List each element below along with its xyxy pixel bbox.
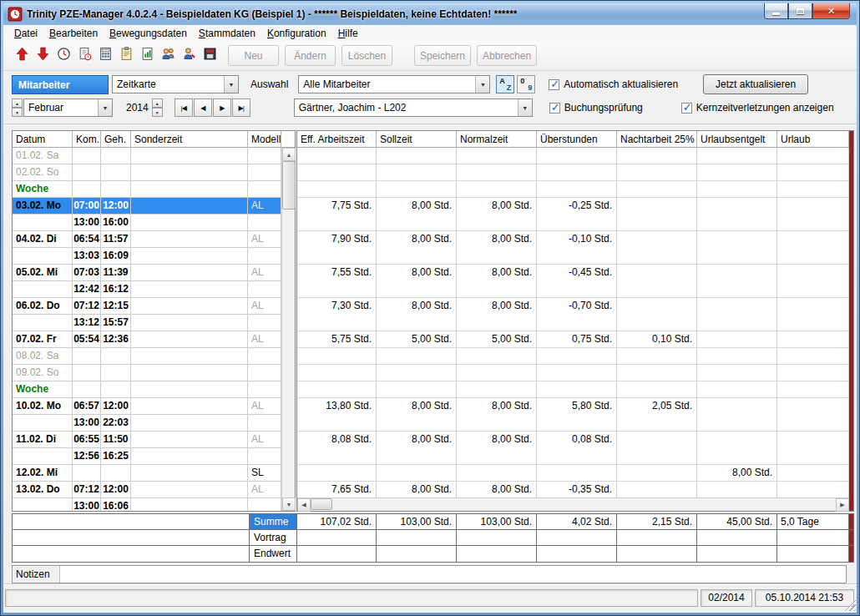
spin-down-icon[interactable]: ▼ [12, 108, 23, 117]
chevron-down-icon[interactable]: ▼ [475, 76, 489, 93]
save-database-button[interactable] [200, 46, 220, 66]
close-button[interactable]: ✕ [812, 3, 850, 19]
move-down-button[interactable] [33, 46, 53, 66]
notes-input[interactable] [59, 566, 846, 583]
spin-up-icon[interactable]: ▲ [152, 98, 163, 108]
table-row-group[interactable] [297, 381, 849, 398]
cell-eff-arbeitszeit [297, 181, 377, 197]
nav-next-button[interactable]: ▶ [213, 98, 231, 117]
menu-item-konfiguration[interactable]: Konfiguration [261, 26, 332, 41]
table-row[interactable]: 04.02. Di06:5411:57AL [13, 231, 281, 248]
table-row-group[interactable]: 7,75 Std.8,00 Std.8,00 Std.-0,25 Std. [297, 198, 849, 231]
cell-datum: 02.02. So [13, 164, 73, 180]
move-up-button[interactable] [12, 46, 32, 66]
table-row-group[interactable]: 5,75 Std.5,00 Std.5,00 Std.0,75 Std.0,10… [297, 331, 849, 348]
table-row-group[interactable]: 7,30 Std.8,00 Std.8,00 Std.-0,70 Std. [297, 298, 849, 331]
scrollbar-thumb[interactable] [282, 161, 296, 210]
timecard-button[interactable] [74, 46, 94, 66]
table-row-group[interactable] [297, 148, 849, 164]
entity-header[interactable]: Mitarbeiter [12, 75, 109, 94]
table-row[interactable]: 13:0022:03 [13, 415, 281, 432]
table-row-group[interactable] [297, 164, 849, 181]
clock-button[interactable] [53, 46, 73, 66]
table-row[interactable]: Woche [13, 181, 281, 198]
auto-refresh-checkbox[interactable]: Automatisch aktualisieren [549, 78, 678, 90]
scrollbar-thumb[interactable] [311, 498, 332, 510]
neu-button[interactable]: Neu [228, 45, 279, 66]
table-row-group[interactable] [297, 365, 849, 381]
report-button[interactable] [137, 46, 157, 66]
table-row-group[interactable]: 8,08 Std.8,00 Std.8,00 Std.0,08 Std. [297, 432, 849, 465]
scroll-down-icon[interactable]: ▼ [282, 497, 296, 511]
employees-button[interactable] [158, 46, 178, 66]
scroll-left-icon[interactable]: ◀ [297, 498, 311, 512]
sort-numeric-button[interactable]: 09 [517, 75, 535, 93]
table-row[interactable]: 12:4216:12 [13, 281, 281, 298]
clipboard-button[interactable] [116, 46, 136, 66]
left-grid-vertical-scrollbar[interactable]: ▲ ▼ [281, 148, 295, 511]
table-row[interactable]: 13:0316:09 [13, 248, 281, 265]
maximize-button[interactable] [788, 3, 812, 19]
sort-alpha-button[interactable]: AZ [496, 75, 514, 93]
table-row[interactable]: 05.02. Mi07:0311:39AL [13, 265, 281, 281]
minimize-button[interactable] [764, 3, 788, 19]
employee-admin-button[interactable] [179, 46, 199, 66]
table-row[interactable]: 03.02. Mo07:0012:00AL [13, 198, 281, 215]
table-row-group[interactable]: 7,55 Std.8,00 Std.8,00 Std.-0,45 Std. [297, 265, 849, 298]
employee-select[interactable]: Gärtner, Joachim - L202 ▼ [294, 98, 533, 117]
spin-up-icon[interactable]: ▲ [12, 98, 23, 108]
table-row[interactable]: 10.02. Mo06:5712:00AL [13, 398, 281, 415]
l-schen-button[interactable]: Löschen [341, 45, 392, 66]
nav-last-button[interactable]: ▶| [232, 98, 250, 117]
table-row[interactable]: 12:5616:25 [13, 448, 281, 465]
table-row[interactable]: 11.02. Di06:5511:50AL [13, 432, 281, 448]
menu-item-bearbeiten[interactable]: Bearbeiten [43, 26, 104, 41]
nav-first-button[interactable]: |◀ [175, 98, 193, 117]
table-row[interactable]: 13.02. Do07:1212:00AL [13, 482, 281, 498]
ndern-button[interactable]: Ändern [285, 45, 336, 66]
scroll-up-icon[interactable]: ▲ [282, 148, 296, 161]
menu-item-datei[interactable]: Datei [8, 26, 43, 41]
spin-down-icon[interactable]: ▼ [152, 108, 163, 117]
table-row[interactable]: 02.02. So [13, 164, 281, 181]
scrollbar-track[interactable] [332, 498, 836, 511]
refresh-now-button[interactable]: Jetzt aktualisieren [703, 74, 808, 94]
abbrechen-button[interactable]: Abbrechen [477, 45, 537, 66]
table-row[interactable]: Woche [13, 381, 281, 398]
calculator-button[interactable] [95, 46, 115, 66]
table-row[interactable]: 01.02. Sa [13, 148, 281, 164]
nav-prev-button[interactable]: ◀ [194, 98, 212, 117]
table-row-group[interactable] [297, 348, 849, 365]
core-violations-checkbox[interactable]: Kernzeitverletzungen anzeigen [681, 102, 834, 114]
menu-item-stammdaten[interactable]: Stammdaten [193, 26, 261, 41]
summary-label-endwert[interactable]: Endwert [250, 546, 297, 562]
scroll-right-icon[interactable]: ▶ [836, 498, 849, 512]
cell-urlaubsentgelt [697, 298, 777, 331]
chevron-down-icon[interactable]: ▼ [224, 76, 238, 93]
summary-label-summe[interactable]: Summe [250, 514, 297, 529]
table-row[interactable]: 13:1215:57 [13, 315, 281, 331]
table-row[interactable]: 07.02. Fr05:5412:36AL [13, 331, 281, 348]
menu-item-hilfe[interactable]: Hilfe [332, 26, 364, 41]
table-row[interactable]: 13:0016:06 [13, 498, 281, 511]
table-row[interactable]: 13:0016:00 [13, 215, 281, 231]
table-row-group[interactable]: 7,65 Std.8,00 Std.8,00 Std.-0,35 Std. [297, 482, 849, 499]
view-select[interactable]: Zeitkarte ▼ [112, 75, 239, 93]
table-row-group[interactable] [297, 181, 849, 198]
month-select[interactable]: Februar ▼ [23, 98, 113, 117]
selection-select[interactable]: Alle Mitarbeiter ▼ [298, 75, 490, 93]
table-row[interactable]: 09.02. So [13, 365, 281, 381]
speichern-button[interactable]: Speichern [414, 45, 471, 66]
menu-item-bewegungsdaten[interactable]: Bewegungsdaten [104, 26, 193, 41]
table-row-group[interactable]: 13,80 Std.8,00 Std.8,00 Std.5,80 Std.2,0… [297, 398, 849, 432]
table-row[interactable]: 12.02. MiSL [13, 465, 281, 482]
chevron-down-icon[interactable]: ▼ [98, 99, 112, 116]
chevron-down-icon[interactable]: ▼ [518, 99, 532, 116]
table-row[interactable]: 08.02. Sa [13, 348, 281, 365]
summary-label-vortrag[interactable]: Vortrag [250, 530, 297, 545]
table-row[interactable]: 06.02. Do07:1212:15AL [13, 298, 281, 315]
table-row-group[interactable]: 7,90 Std.8,00 Std.8,00 Std.-0,10 Std. [297, 231, 849, 265]
booking-check-checkbox[interactable]: Buchungsprüfung [549, 102, 643, 114]
right-grid-horizontal-scrollbar[interactable]: ◀ ▶ [297, 497, 849, 511]
table-row-group[interactable]: 8,00 Std. [297, 465, 849, 482]
